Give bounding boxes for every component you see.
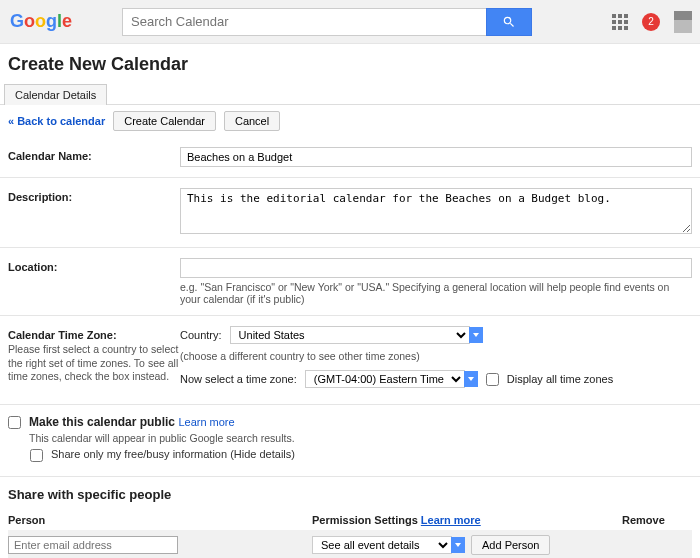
calendar-name-input[interactable]	[180, 147, 692, 167]
chevron-down-icon	[469, 327, 483, 343]
col-person-header: Person	[8, 514, 312, 526]
back-link-top[interactable]: « Back to calendar	[8, 115, 105, 127]
timezone-label: Calendar Time Zone:	[8, 329, 117, 341]
page-title: Create New Calendar	[0, 44, 700, 83]
search-input[interactable]	[122, 8, 486, 36]
location-input[interactable]	[180, 258, 692, 278]
apps-icon[interactable]	[612, 14, 628, 30]
timezone-select[interactable]: (GMT-04:00) Eastern Time	[305, 370, 465, 388]
timezone-select-label: Now select a time zone:	[180, 373, 297, 385]
search-icon	[502, 15, 516, 29]
location-label: Location:	[8, 258, 180, 305]
make-public-sublabel: This calendar will appear in public Goog…	[29, 432, 295, 444]
chevron-down-icon	[451, 537, 465, 553]
timezone-sublabel: Please first select a country to select …	[8, 343, 180, 384]
tab-calendar-details[interactable]: Calendar Details	[4, 84, 107, 105]
google-logo: Google	[10, 11, 72, 32]
location-hint: e.g. "San Francisco" or "New York" or "U…	[180, 281, 692, 305]
country-hint: (choose a different country to see other…	[180, 350, 692, 362]
country-label: Country:	[180, 329, 222, 341]
make-public-label: Make this calendar public	[29, 415, 175, 429]
share-heading: Share with specific people	[8, 487, 692, 502]
chevron-down-icon	[464, 371, 478, 387]
permission-learn-more-link[interactable]: Learn more	[421, 514, 481, 526]
make-public-checkbox[interactable]	[8, 416, 21, 429]
country-select[interactable]: United States	[230, 326, 470, 344]
avatar[interactable]	[674, 11, 692, 33]
display-all-timezones-checkbox[interactable]	[486, 373, 499, 386]
display-all-timezones-label: Display all time zones	[507, 373, 613, 385]
col-remove-header: Remove	[622, 514, 692, 526]
share-freebusy-checkbox[interactable]	[30, 449, 43, 462]
public-learn-more-link[interactable]: Learn more	[178, 416, 234, 428]
new-person-permission-select[interactable]: See all event details	[312, 536, 452, 554]
description-textarea[interactable]: This is the editorial calendar for the B…	[180, 188, 692, 234]
description-label: Description:	[8, 188, 180, 237]
notifications-badge[interactable]: 2	[642, 13, 660, 31]
create-calendar-button-top[interactable]: Create Calendar	[113, 111, 216, 131]
share-freebusy-label: Share only my free/busy information (Hid…	[51, 448, 295, 460]
col-permission-header: Permission Settings	[312, 514, 418, 526]
share-email-input[interactable]	[8, 536, 178, 554]
add-person-button[interactable]: Add Person	[471, 535, 550, 555]
search-button[interactable]	[486, 8, 532, 36]
cancel-button-top[interactable]: Cancel	[224, 111, 280, 131]
calendar-name-label: Calendar Name:	[8, 147, 180, 167]
